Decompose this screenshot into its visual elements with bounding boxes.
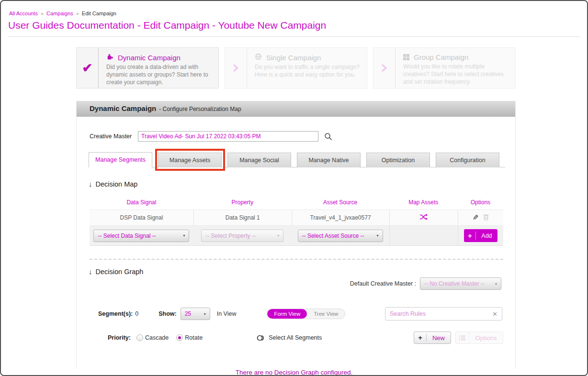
col-options: Options	[458, 199, 503, 206]
tree-view-toggle[interactable]: Tree View	[307, 309, 345, 319]
card-title: Group Campaign	[414, 53, 468, 61]
show-group: Show: 25 ▾ In View	[158, 308, 236, 320]
table-select-row: -- Select Data Signal -- ▾ -- Select Pro…	[90, 226, 503, 246]
select-property[interactable]: -- Select Property -- ▾	[201, 230, 283, 242]
tab-wrap: Optimization	[366, 152, 430, 167]
in-view-label: In View	[217, 310, 237, 317]
show-count-select[interactable]: 25 ▾	[181, 308, 210, 320]
card-body: Dynamic Campaign Did you create a data-d…	[99, 48, 218, 88]
select-cell: -- Select Asset Source -- ▾	[292, 226, 389, 245]
select-data-signal-value: -- Select Data Signal --	[98, 232, 156, 239]
campaign-type-cards: ✔ Dynamic Campaign Did you create a data…	[76, 47, 516, 88]
decision-map-heading[interactable]: ↓ Decision Map	[89, 180, 515, 188]
new-button[interactable]: + New	[414, 332, 451, 344]
tab-wrap: Manage Segments	[89, 152, 152, 167]
select-data-signal[interactable]: -- Select Data Signal -- ▾	[93, 230, 189, 242]
tab-manage-segments[interactable]: Manage Segments	[89, 152, 152, 167]
card-body: Group Campaign Would you like to rotate …	[396, 48, 515, 88]
decision-map-heading-label: Decision Map	[96, 180, 138, 188]
select-all-segments[interactable]: Select All Segments	[257, 334, 322, 341]
cell-property: Data Signal 1	[193, 210, 292, 225]
creative-master-input[interactable]	[138, 131, 318, 142]
default-creative-master-row: Default Creative Master : -- No Creative…	[77, 277, 501, 290]
list-icon	[456, 332, 469, 343]
section-divider	[90, 259, 503, 260]
col-asset-source: Asset Source	[292, 199, 389, 206]
select-cell-empty	[389, 226, 458, 245]
select-all-label: Select All Segments	[269, 334, 322, 341]
card-dynamic-campaign[interactable]: ✔ Dynamic Campaign Did you create a data…	[76, 47, 219, 88]
collapse-arrow-icon: ↓	[89, 267, 92, 276]
tab-configuration[interactable]: Configuration	[436, 153, 499, 167]
creative-master-label: Creative Master	[90, 133, 138, 140]
options-button-label: Options	[469, 334, 503, 342]
select-cell: -- Select Data Signal -- ▾	[90, 226, 193, 245]
select-asset-source[interactable]: -- Select Asset Source -- ▾	[298, 230, 383, 242]
breadcrumb-all-accounts[interactable]: All Accounts	[9, 11, 38, 16]
title-divider	[8, 36, 580, 37]
delete-icon[interactable]	[483, 214, 489, 222]
add-cell: + Add	[458, 226, 503, 245]
cell-data-signal: DSP Data Signal	[90, 210, 193, 225]
chevron-right-icon	[233, 64, 238, 72]
card-group-campaign[interactable]: Group Campaign Would you like to rotate …	[373, 47, 516, 88]
breadcrumb-separator-icon: »	[76, 11, 79, 16]
edit-icon[interactable]: ✎	[473, 213, 479, 222]
card-description: Would you like to rotate multiple creati…	[403, 63, 509, 86]
card-description: Did you create a data-driven ad with dyn…	[106, 64, 213, 86]
breadcrumb-campaigns[interactable]: Campaigns	[46, 11, 73, 16]
col-map-assets: Map Assets	[389, 199, 458, 206]
default-creative-master-select[interactable]: -- No Creative Master -- ▾	[420, 277, 501, 290]
show-label: Show:	[158, 310, 177, 317]
priority-row: Priority: Cascade Rotate Select All Segm…	[108, 332, 503, 344]
default-creative-master-label: Default Creative Master :	[350, 280, 416, 287]
radio-checked-icon[interactable]	[176, 334, 183, 341]
add-button[interactable]: + Add	[464, 229, 497, 242]
radio-cascade-label: Cascade	[145, 334, 169, 341]
card-single-campaign[interactable]: Single Campaign Do you want to traffic a…	[225, 47, 367, 88]
tab-manage-native[interactable]: Manage Native	[297, 153, 361, 167]
puzzle-icon	[106, 53, 113, 62]
select-asset-source-value: -- Select Asset Source --	[302, 232, 364, 239]
table-row: DSP Data Signal Data Signal 1 Travel_v4_…	[90, 210, 503, 226]
check-icon: ✔	[82, 61, 93, 76]
chevron-down-icon: ▾	[277, 233, 279, 238]
new-button-label: New	[427, 334, 451, 342]
radio-icon[interactable]	[136, 334, 143, 341]
options-button[interactable]: Options	[455, 332, 503, 344]
clear-search-icon[interactable]: ✕	[492, 310, 498, 318]
search-icon[interactable]	[324, 133, 332, 141]
segments-count: 0	[135, 310, 138, 317]
cell-map-assets	[389, 210, 458, 225]
tab-manage-social[interactable]: Manage Social	[227, 153, 291, 167]
card-chevron-strip	[225, 48, 247, 88]
card-description: Do you want to traffic a single campaign…	[255, 64, 361, 79]
grid-icon	[403, 54, 409, 60]
shuffle-icon[interactable]	[419, 214, 428, 221]
tab-manage-assets[interactable]: Manage Assets	[158, 153, 222, 167]
form-view-toggle[interactable]: Form View	[267, 309, 307, 319]
radio-rotate[interactable]: Rotate	[176, 334, 203, 341]
radio-cascade[interactable]: Cascade	[136, 334, 169, 341]
chevron-right-icon	[382, 64, 387, 72]
priority-radio-group: Cascade Rotate	[136, 334, 203, 341]
tab-optimization[interactable]: Optimization	[366, 153, 430, 167]
breadcrumb-separator-icon: »	[41, 11, 44, 16]
breadcrumb: All Accounts » Campaigns » Edit Campaign	[9, 11, 587, 16]
tab-wrap: Configuration	[436, 152, 499, 167]
decision-graph-heading-label: Decision Graph	[96, 268, 144, 276]
dynamic-campaign-panel: Dynamic Campaign - Configure Personaliza…	[76, 101, 516, 369]
priority-label: Priority:	[108, 334, 131, 341]
cell-asset-source: Travel_v4_1_jvxae0577	[292, 210, 389, 225]
breadcrumb-edit-campaign: Edit Campaign	[82, 11, 116, 16]
col-data-signal: Data Signal	[90, 199, 193, 206]
panel-title: Dynamic Campaign	[90, 104, 156, 112]
page-title: User Guides Documentation - Edit Campaig…	[8, 20, 587, 31]
select-property-value: -- Select Property --	[205, 232, 256, 239]
card-body: Single Campaign Do you want to traffic a…	[247, 48, 367, 88]
search-rules-input[interactable]	[390, 310, 492, 317]
decision-graph-heading[interactable]: ↓ Decision Graph	[89, 267, 515, 276]
graph-buttons: + New Options	[414, 332, 503, 344]
chevron-down-icon: ▾	[183, 233, 185, 238]
plus-icon: +	[464, 232, 476, 240]
